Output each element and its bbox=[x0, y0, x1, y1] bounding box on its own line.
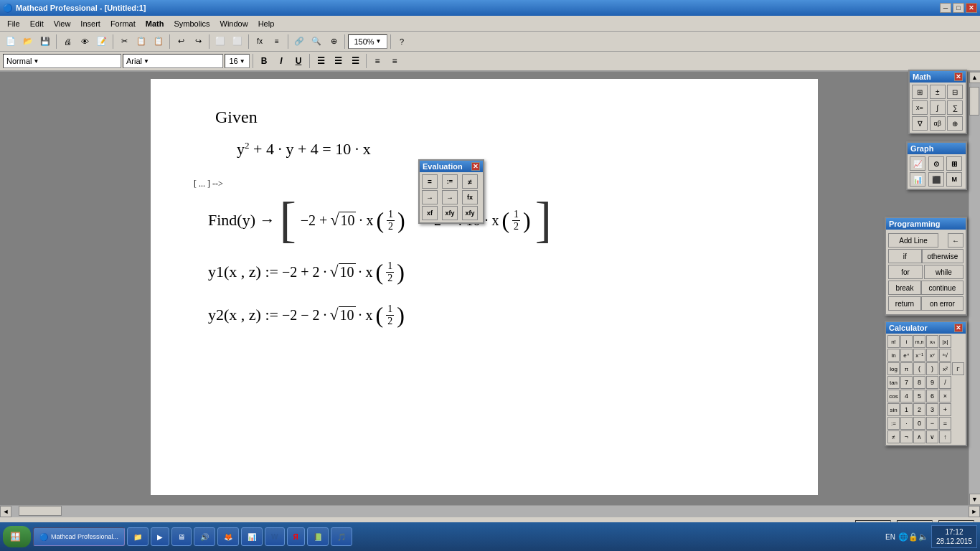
calc-btn-tan[interactable]: tan bbox=[887, 376, 900, 389]
calc-btn-log[interactable]: log bbox=[887, 362, 900, 375]
prog-return-btn[interactable]: return bbox=[888, 296, 921, 311]
menu-file[interactable]: File bbox=[3, 18, 24, 29]
tag-button[interactable]: ⬜ bbox=[230, 34, 245, 50]
eval-btn-arrow[interactable]: → bbox=[422, 190, 438, 204]
taskbar-app-excel[interactable]: 📗 bbox=[307, 527, 329, 546]
math-btn-greek[interactable]: αβ bbox=[930, 116, 946, 131]
save-button[interactable]: 💾 bbox=[37, 34, 53, 50]
scroll-right-button[interactable]: ► bbox=[969, 506, 980, 517]
spellcheck-button[interactable]: 📝 bbox=[94, 34, 110, 50]
prog-arrow-btn[interactable]: ← bbox=[948, 233, 963, 248]
taskbar-app-display[interactable]: 🖥 bbox=[171, 527, 192, 546]
taskbar-app-volume[interactable]: 🔊 bbox=[194, 527, 215, 546]
eval-btn-xfy1[interactable]: xfy bbox=[442, 206, 458, 220]
graph-btn-polar[interactable]: ⊙ bbox=[928, 156, 944, 171]
redo-button[interactable]: ↪ bbox=[190, 34, 206, 50]
calc-btn-ex[interactable]: eˣ bbox=[900, 349, 913, 362]
menu-help[interactable]: Help bbox=[254, 18, 279, 29]
unit-button[interactable]: ≡ bbox=[269, 34, 285, 50]
math-btn-calculator[interactable]: ⊞ bbox=[912, 85, 928, 99]
taskbar-app-explorer[interactable]: 📁 bbox=[127, 527, 149, 546]
calc-btn-div[interactable]: / bbox=[939, 376, 951, 389]
eval-btn-defeq[interactable]: := bbox=[442, 174, 458, 189]
taskbar-mathcad-app[interactable]: 🔵 Mathcad Professional... bbox=[33, 527, 125, 546]
eval-btn-xf[interactable]: xf bbox=[422, 206, 438, 220]
style-select[interactable]: Normal ▼ bbox=[3, 54, 121, 68]
eval-btn-eq[interactable]: = bbox=[422, 174, 438, 189]
calc-btn-5[interactable]: 5 bbox=[913, 390, 925, 402]
calc-btn-dot[interactable]: · bbox=[900, 417, 913, 430]
underline-button[interactable]: U bbox=[291, 53, 306, 69]
calc-btn-pi[interactable]: π bbox=[900, 362, 913, 375]
document-page[interactable]: Given y2 + 4 · y + 4 = 10 · x [ ... ] --… bbox=[151, 79, 818, 495]
eval-panel-close[interactable]: ✕ bbox=[471, 162, 480, 171]
close-button[interactable]: ✕ bbox=[966, 3, 977, 13]
graph-btn-m[interactable]: M bbox=[946, 172, 962, 187]
calc-btn-i[interactable]: i bbox=[900, 335, 913, 348]
prog-break-btn[interactable]: break bbox=[888, 281, 921, 295]
math-btn-matrix[interactable]: ⊟ bbox=[947, 85, 963, 99]
menu-window[interactable]: Window bbox=[216, 18, 253, 29]
calc-btn-ln[interactable]: ln bbox=[887, 349, 900, 362]
scroll-track[interactable] bbox=[969, 83, 981, 494]
calc-btn-x2[interactable]: x² bbox=[939, 362, 951, 375]
graph-btn-bar[interactable]: 📊 bbox=[910, 172, 925, 187]
calc-btn-6[interactable]: 6 bbox=[926, 390, 938, 402]
scroll-down-button[interactable]: ▼ bbox=[969, 494, 981, 505]
math-panel-close[interactable]: ✕ bbox=[954, 72, 963, 81]
prog-continue-btn[interactable]: continue bbox=[921, 281, 963, 295]
calc-btn-sub[interactable]: − bbox=[926, 417, 938, 430]
calc-btn-7[interactable]: 7 bbox=[900, 376, 913, 389]
h-scroll-track[interactable] bbox=[11, 506, 969, 517]
calc-btn-3[interactable]: 3 bbox=[926, 403, 938, 416]
calc-btn-up[interactable]: ↑ bbox=[939, 430, 951, 443]
prog-while-btn[interactable]: while bbox=[924, 265, 963, 279]
graph-btn-xy[interactable]: 📈 bbox=[910, 156, 925, 171]
menu-insert[interactable]: Insert bbox=[76, 18, 105, 29]
region-button[interactable]: ⬜ bbox=[212, 34, 228, 50]
italic-button[interactable]: I bbox=[273, 53, 289, 69]
calc-btn-0[interactable]: 0 bbox=[913, 417, 925, 430]
graph-btn-scatter[interactable]: ⬛ bbox=[928, 172, 944, 187]
align-center-button[interactable]: ☰ bbox=[330, 53, 346, 69]
zoom-select[interactable]: 150% ▼ bbox=[348, 34, 387, 49]
math-btn-bool[interactable]: ∑ bbox=[947, 100, 963, 115]
math-btn-calculus[interactable]: ∫ bbox=[930, 100, 946, 115]
function-button[interactable]: fx bbox=[252, 34, 268, 50]
menu-math[interactable]: Math bbox=[141, 18, 169, 29]
calc-btn-rparen[interactable]: ) bbox=[926, 362, 938, 375]
math-btn-graph[interactable]: ± bbox=[930, 85, 946, 99]
bold-button[interactable]: B bbox=[256, 53, 272, 69]
component-button[interactable]: 🔍 bbox=[308, 34, 324, 50]
prog-onerror-btn[interactable]: on error bbox=[921, 296, 963, 311]
calc-btn-and[interactable]: ∧ bbox=[913, 430, 925, 443]
calc-btn-mn[interactable]: m,n bbox=[913, 335, 925, 348]
taskbar-app-yandex[interactable]: Я bbox=[287, 527, 305, 546]
menu-view[interactable]: View bbox=[50, 18, 75, 29]
calc-btn-xy[interactable]: xʸ bbox=[926, 349, 938, 362]
scroll-up-button[interactable]: ▲ bbox=[969, 72, 981, 83]
help-button[interactable]: ? bbox=[394, 34, 410, 50]
calc-btn-abs[interactable]: |x| bbox=[939, 335, 951, 348]
eval-btn-xfy2[interactable]: xfy bbox=[462, 206, 478, 220]
calc-btn-4[interactable]: 4 bbox=[900, 390, 913, 402]
calc-btn-neq[interactable]: ≠ bbox=[887, 430, 900, 443]
calc-btn-nfact[interactable]: n! bbox=[887, 335, 900, 348]
calc-panel-close[interactable]: ✕ bbox=[954, 324, 963, 332]
start-button[interactable]: 🪟 bbox=[3, 526, 31, 547]
calc-btn-sin[interactable]: sin bbox=[887, 403, 900, 416]
control-button[interactable]: ⊕ bbox=[326, 34, 341, 50]
taskbar-app-music[interactable]: 🎵 bbox=[331, 527, 352, 546]
list-button1[interactable]: ≡ bbox=[369, 53, 385, 69]
calc-btn-gamma[interactable]: Γ bbox=[952, 362, 964, 375]
menu-symbolics[interactable]: Symbolics bbox=[169, 18, 214, 29]
eval-btn-arrow2[interactable]: → bbox=[442, 190, 458, 204]
undo-button[interactable]: ↩ bbox=[173, 34, 189, 50]
prog-for-btn[interactable]: for bbox=[888, 265, 923, 279]
calc-btn-lparen[interactable]: ( bbox=[913, 362, 925, 375]
calc-btn-nrt[interactable]: ⁿ√ bbox=[939, 349, 951, 362]
font-select[interactable]: Arial ▼ bbox=[123, 54, 223, 68]
paste-button[interactable]: 📋 bbox=[151, 34, 166, 50]
h-scroll-thumb[interactable] bbox=[19, 506, 62, 516]
calc-btn-or[interactable]: ∨ bbox=[926, 430, 938, 443]
